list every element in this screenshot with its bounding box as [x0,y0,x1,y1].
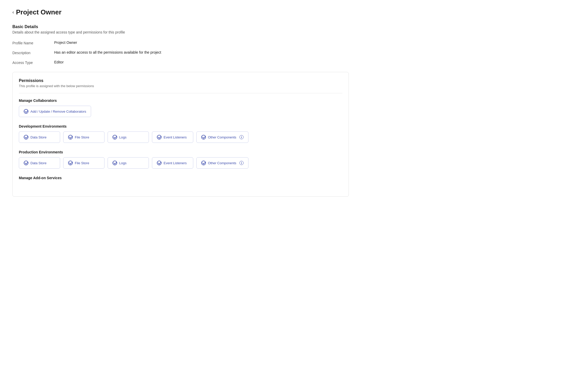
permission-label-dev-other-components: Other Components [208,135,236,139]
permission-group-prod: Production Environments Data Store File … [19,150,342,169]
check-icon-prod-datastore [24,161,28,165]
info-icon-prod-other-components[interactable]: i [239,161,244,165]
field-label-profile-name: Profile Name [12,40,46,45]
basic-details-section: Basic Details Details about the assigned… [12,24,349,65]
permission-items-prod: Data Store File Store Logs Event Listene… [19,157,342,169]
permission-group-collaborators: Manage Collaborators Add / Update / Remo… [19,98,342,117]
permission-label-prod-datastore: Data Store [30,161,46,165]
check-icon-dev-filestore [68,135,73,139]
check-icon-dev-logs [112,135,117,139]
permission-items-dev: Data Store File Store Logs Event Listene… [19,131,342,143]
permission-group-title-prod: Production Environments [19,150,342,154]
permission-item-prod-datastore: Data Store [19,157,60,169]
permission-label-prod-logs: Logs [119,161,126,165]
permission-label-dev-logs: Logs [119,135,126,139]
basic-details-title: Basic Details [12,24,349,29]
permissions-card: Permissions This profile is assigned wit… [12,72,349,197]
field-value-profile-name: Project Owner [54,40,77,45]
check-icon-dev-datastore [24,135,28,139]
field-value-description: Has an editor access to all the permissi… [54,50,161,54]
check-icon-dev-event-listeners [157,135,162,139]
check-icon-dev-other-components [201,135,206,139]
permissions-title: Permissions [19,78,342,83]
permission-item-dev-logs: Logs [108,131,149,143]
permission-group-title-addon: Manage Add-on Services [19,176,342,180]
field-value-access-type: Editor [54,60,64,64]
info-icon-dev-other-components[interactable]: i [239,135,244,139]
permission-item-dev-other-components: Other Components i [196,131,248,143]
permission-label-dev-filestore: File Store [75,135,89,139]
permission-item-dev-datastore: Data Store [19,131,60,143]
permission-label-prod-other-components: Other Components [208,161,236,165]
permission-label-dev-datastore: Data Store [30,135,46,139]
page-header: ‹ Project Owner [12,8,349,16]
field-label-description: Description [12,50,46,55]
permission-group-title-collaborators: Manage Collaborators [19,98,342,103]
permission-items-collaborators: Add / Update / Remove Collaborators [19,106,342,117]
check-icon-prod-filestore [68,161,73,165]
permission-item-dev-filestore: File Store [63,131,104,143]
permission-item-dev-event-listeners: Event Listeners [152,131,193,143]
back-button[interactable]: ‹ [12,10,14,15]
check-icon-prod-other-components [201,161,206,165]
permission-group-title-dev: Development Environments [19,124,342,128]
field-profile-name: Profile Name Project Owner [12,40,349,45]
permission-item-prod-event-listeners: Event Listeners [152,157,193,169]
field-label-access-type: Access Type [12,60,46,65]
field-access-type: Access Type Editor [12,60,349,65]
check-icon-collaborators [24,109,28,114]
permissions-subtitle: This profile is assigned with the below … [19,84,342,88]
field-description: Description Has an editor access to all … [12,50,349,55]
permission-item-prod-logs: Logs [108,157,149,169]
permissions-header: Permissions This profile is assigned wit… [19,78,342,93]
basic-details-subtitle: Details about the assigned access type a… [12,30,349,34]
back-icon: ‹ [12,10,14,15]
permission-item-prod-other-components: Other Components i [196,157,248,169]
permission-item-add-collaborators: Add / Update / Remove Collaborators [19,106,91,117]
permission-item-prod-filestore: File Store [63,157,104,169]
check-icon-prod-logs [112,161,117,165]
permission-group-dev: Development Environments Data Store File… [19,124,342,143]
permission-label-prod-event-listeners: Event Listeners [164,161,187,165]
check-icon-prod-event-listeners [157,161,162,165]
permission-group-addon: Manage Add-on Services [19,176,342,183]
permission-label-prod-filestore: File Store [75,161,89,165]
page-title: Project Owner [16,8,61,16]
permission-label-collaborators: Add / Update / Remove Collaborators [30,110,86,113]
permission-label-dev-event-listeners: Event Listeners [164,135,187,139]
